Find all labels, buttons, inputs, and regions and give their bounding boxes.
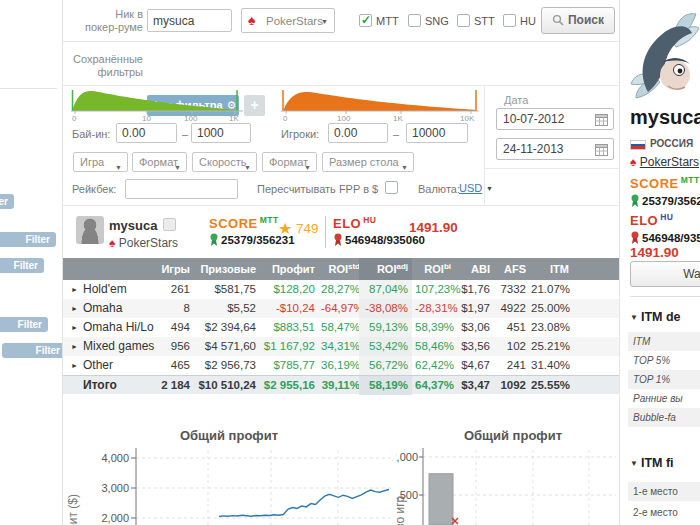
sidebar-stat-row: Ранние вы xyxy=(628,389,700,408)
pokerstars-spade-icon: ♠ xyxy=(248,12,255,28)
players-histogram xyxy=(281,89,479,115)
score-label: SCOREMTT xyxy=(209,216,279,231)
room-select[interactable]: ♠ PokerStars ▼ xyxy=(241,8,335,33)
col-header-prizes[interactable]: Призовые xyxy=(195,258,256,280)
expand-row-icon[interactable]: ► xyxy=(71,337,78,356)
search-button[interactable]: Поиск xyxy=(541,7,615,34)
table-row-omaha-hilo[interactable]: ► Omaha Hi/Lo 494 $2 394,64 $883,51 58,4… xyxy=(63,318,619,337)
stt-checkbox-label: STT xyxy=(474,15,495,27)
hu-checkbox[interactable] xyxy=(503,14,516,27)
cell-abi: $1,76 xyxy=(457,280,490,299)
mtt-checkbox[interactable] xyxy=(359,14,372,27)
date-from-input[interactable]: 10-07-2012 xyxy=(496,108,614,130)
cell-profit: $2 955,16 xyxy=(261,376,315,395)
cell-profit: -$10,24 xyxy=(261,299,315,318)
calendar-icon[interactable] xyxy=(595,143,608,156)
chevron-down-icon: ▼ xyxy=(486,185,493,192)
score-game-tag: MTT xyxy=(260,215,279,225)
players-histogram-slider[interactable]: 0 100 1K 10K xyxy=(281,89,479,121)
edge-filter-pill[interactable]: Filter xyxy=(0,232,56,247)
buyin-histogram-slider[interactable]: 0 10 100 1K xyxy=(71,89,243,121)
nick-input[interactable] xyxy=(147,9,232,32)
triangle-down-icon: ▼ xyxy=(630,459,638,468)
players-max-input[interactable] xyxy=(406,123,468,143)
col-header-profit[interactable]: Профит xyxy=(261,258,315,280)
expand-row-icon[interactable]: ► xyxy=(71,299,78,318)
hu-checkbox-label: HU xyxy=(520,15,536,27)
sidebar-score-value: 25379/356231 xyxy=(630,194,700,208)
format2-select[interactable]: Формат▼ xyxy=(262,152,317,172)
date-from-value: 10-07-2012 xyxy=(503,112,564,126)
expand-row-icon[interactable]: ► xyxy=(71,280,78,299)
col-header-abi[interactable]: ABI xyxy=(457,258,490,280)
cell-games: 956 xyxy=(143,337,190,356)
col-header-itm[interactable]: ITM xyxy=(531,258,569,280)
buyin-max-input[interactable] xyxy=(191,123,251,143)
cell-itm: 25.55% xyxy=(531,376,569,395)
speed-select[interactable]: Скорость▼ xyxy=(192,152,257,172)
cell-roi-adj: -38,08% xyxy=(359,299,412,318)
sidebar-elo-value: 546948/935060 xyxy=(630,231,700,245)
cell-games: 494 xyxy=(143,318,190,337)
expand-row-icon[interactable]: ► xyxy=(71,318,78,337)
cell-roi-std: 58,47% xyxy=(321,318,360,337)
fpp-checkbox[interactable] xyxy=(385,181,398,194)
chevron-down-icon: ▼ xyxy=(304,159,311,177)
edge-filter-pill[interactable]: Filter xyxy=(0,258,44,273)
divider xyxy=(0,88,57,89)
watch-button[interactable]: Watch xyxy=(630,261,700,287)
section-itm-details[interactable]: ▼ITM de xyxy=(630,310,681,324)
stt-checkbox[interactable] xyxy=(457,14,470,27)
cell-abi: $3,56 xyxy=(457,337,490,356)
buyin-min-input[interactable] xyxy=(116,123,177,143)
table-row-omaha[interactable]: ► Omaha 8 $5,52 -$10,24 -64,97% -38,08% … xyxy=(63,299,619,318)
note-icon[interactable] xyxy=(163,218,176,231)
cell-roi-bi: 64,37% xyxy=(415,376,451,395)
svg-text:Профит ($): Профит ($) xyxy=(66,494,80,525)
table-row-holdem[interactable]: ► Hold'em 261 $581,75 $128,20 28,27% 87,… xyxy=(63,280,619,299)
cell-roi-bi: 62,42% xyxy=(415,356,451,375)
edge-filter-pill[interactable]: Filter xyxy=(2,343,66,358)
expand-row-icon[interactable]: ► xyxy=(71,356,78,375)
cell-prizes: $4 571,60 xyxy=(195,337,256,356)
sng-checkbox[interactable] xyxy=(408,14,421,27)
format2-select-value: Формат xyxy=(269,156,308,168)
table-row-mixed-games[interactable]: ► Mixed games 956 $4 571,60 $1 167,92 34… xyxy=(63,337,619,356)
buyin-axis-tick: 10 xyxy=(142,114,151,123)
edge-filter-pill[interactable]: Filter xyxy=(0,317,48,332)
elo-rating: 1491.90 xyxy=(409,220,458,235)
col-header-afs[interactable]: AFS xyxy=(495,258,526,280)
col-header-roi-bi[interactable]: ROIbi xyxy=(415,258,451,280)
date-to-input[interactable]: 24-11-2013 xyxy=(496,138,614,160)
sidebar-elo-label: ELOHU xyxy=(630,213,674,228)
divider xyxy=(484,86,485,206)
saved-filters-bar: Сохранённые фильтры Имя фильтра⚙ + xyxy=(63,42,619,86)
players-axis-tick: 100 xyxy=(337,114,350,123)
table-size-select[interactable]: Размер стола▼ xyxy=(322,152,414,172)
section-itm-finishes[interactable]: ▼ITM fi xyxy=(630,456,674,470)
table-row-other[interactable]: ► Other 465 $2 956,73 $785,77 36,19% 56,… xyxy=(63,356,619,375)
avatar[interactable] xyxy=(76,216,104,244)
players-min-input[interactable] xyxy=(328,123,388,143)
game-select[interactable]: Игра▼ xyxy=(73,152,128,172)
edge-filter-pill[interactable]: Filter xyxy=(0,194,14,209)
rakeback-input[interactable] xyxy=(125,179,238,199)
cell-profit: $883,51 xyxy=(261,318,315,337)
rakeback-label: Рейкбек: xyxy=(72,183,116,196)
buyin-axis-tick: 100 xyxy=(184,114,197,123)
players-label: Игроки: xyxy=(281,128,319,141)
page: Filter Filter Filter Filter Filter Ник в… xyxy=(0,0,700,525)
col-header-roi-std[interactable]: ROIstd xyxy=(321,258,360,280)
fish-rank-image xyxy=(630,2,700,102)
cell-abi: $4,67 xyxy=(457,356,490,375)
cell-afs: 4922 xyxy=(495,299,526,318)
sidebar-stat-row: TOP 5% xyxy=(628,351,700,370)
sidebar-room-link[interactable]: ♠ PokerStars xyxy=(630,155,699,169)
currency-link[interactable]: USD xyxy=(459,182,482,194)
calendar-icon[interactable] xyxy=(595,113,608,126)
cell-itm: 21.07% xyxy=(531,280,569,299)
col-header-games[interactable]: Игры xyxy=(143,258,190,280)
format-select[interactable]: Формат▼ xyxy=(132,152,187,172)
player-room: ♠ PokerStars xyxy=(109,236,178,250)
col-header-roi-adj[interactable]: ROIadj xyxy=(359,258,412,280)
